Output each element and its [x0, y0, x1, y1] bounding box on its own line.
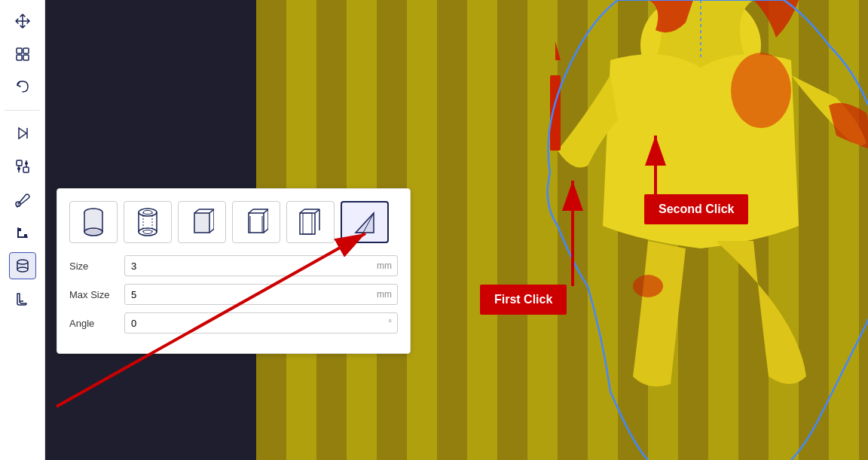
max-size-unit: mm	[377, 289, 392, 300]
shape-panel: Size mm Max Size mm Angle °	[57, 188, 411, 354]
toolbar-sep-1	[5, 110, 40, 111]
svg-rect-28	[17, 48, 22, 53]
svg-point-42	[17, 260, 28, 264]
svg-rect-30	[17, 55, 22, 60]
svg-rect-31	[23, 55, 29, 60]
slice-preview-icon[interactable]	[9, 120, 36, 147]
shape-btn-box-open[interactable]	[232, 201, 280, 243]
angle-input-wrapper: °	[124, 312, 398, 334]
svg-point-23	[731, 53, 791, 128]
shape-btn-box-frame[interactable]	[286, 201, 335, 243]
max-size-input-wrapper: mm	[124, 284, 398, 305]
support-tool-icon[interactable]	[9, 153, 36, 180]
boot-tool-icon[interactable]	[9, 285, 36, 312]
angle-unit: °	[388, 318, 392, 328]
svg-point-55	[143, 230, 152, 234]
svg-rect-34	[17, 160, 22, 166]
size-param-row: Size mm	[69, 255, 398, 276]
svg-rect-35	[23, 167, 29, 172]
svg-rect-60	[194, 213, 209, 233]
svg-point-45	[17, 267, 28, 272]
size-input-wrapper: mm	[124, 255, 398, 276]
arrange-tool-icon[interactable]	[9, 41, 36, 68]
svg-rect-66	[249, 213, 264, 233]
svg-rect-29	[23, 48, 29, 53]
max-size-input[interactable]	[124, 284, 398, 305]
shape-btn-box-full[interactable]	[178, 201, 226, 243]
max-size-label: Max Size	[69, 289, 118, 300]
svg-rect-11	[558, 0, 588, 460]
toolbar	[0, 0, 45, 460]
svg-point-52	[143, 211, 152, 215]
svg-rect-6	[407, 0, 437, 460]
svg-rect-7	[437, 0, 467, 460]
svg-rect-75	[303, 213, 312, 234]
svg-rect-10	[527, 0, 558, 460]
svg-point-54	[139, 228, 157, 236]
svg-point-48	[84, 228, 102, 236]
angle-param-row: Angle °	[69, 312, 398, 334]
max-size-param-row: Max Size mm	[69, 284, 398, 305]
undo-tool-icon[interactable]	[9, 74, 36, 101]
svg-rect-8	[467, 0, 497, 460]
svg-point-39	[17, 167, 20, 170]
canvas-area: Size mm Max Size mm Angle °	[0, 0, 868, 460]
svg-rect-74	[300, 213, 315, 234]
svg-point-51	[139, 209, 157, 216]
move-tool-icon[interactable]	[9, 8, 36, 35]
shape-btn-cylinder-full[interactable]	[69, 201, 118, 243]
svg-line-71	[264, 229, 268, 233]
svg-point-24	[633, 275, 663, 297]
corner-tool-icon[interactable]	[9, 219, 36, 246]
svg-rect-19	[799, 0, 829, 460]
shape-buttons-container	[69, 201, 398, 243]
shape-btn-cylinder-hollow[interactable]	[124, 201, 172, 243]
angle-input[interactable]	[124, 312, 398, 334]
svg-point-38	[25, 162, 28, 165]
size-unit: mm	[377, 260, 392, 271]
shape-btn-wedge[interactable]	[341, 201, 389, 243]
cylinder-tool-icon[interactable]	[9, 252, 36, 279]
size-input[interactable]	[124, 255, 398, 276]
svg-line-65	[209, 229, 214, 233]
size-label: Size	[69, 260, 118, 272]
svg-rect-21	[859, 0, 868, 460]
angle-label: Angle	[69, 318, 118, 329]
svg-rect-9	[497, 0, 527, 460]
paint-tool-icon[interactable]	[9, 186, 36, 213]
svg-marker-32	[19, 128, 26, 139]
